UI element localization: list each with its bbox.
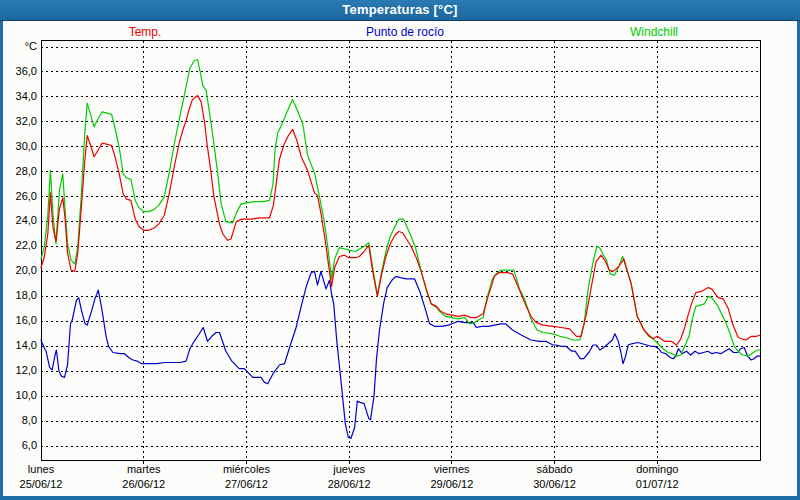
- y-tick-label: 14,0: [16, 339, 37, 351]
- title-bar: Temperaturas [°C]: [0, 0, 800, 21]
- day-date-label: 01/07/12: [636, 478, 679, 490]
- window-title: Temperaturas [°C]: [342, 2, 457, 17]
- plot-border: [41, 41, 760, 461]
- y-tick-label: 32,0: [16, 115, 37, 127]
- day-name-label: lunes: [28, 463, 55, 475]
- y-tick-label: 12,0: [16, 364, 37, 376]
- y-tick-label: 36,0: [16, 65, 37, 77]
- day-date-label: 29/06/12: [430, 478, 473, 490]
- day-name-label: sábado: [537, 463, 573, 475]
- y-tick-label: 22,0: [16, 239, 37, 251]
- day-date-label: 28/06/12: [328, 478, 371, 490]
- y-tick-label: 24,0: [16, 214, 37, 226]
- y-tick-label: 26,0: [16, 190, 37, 202]
- day-date-label: 25/06/12: [20, 478, 63, 490]
- day-name-label: viernes: [434, 463, 470, 475]
- y-tick-label: 10,0: [16, 389, 37, 401]
- series-windchill-line: [41, 60, 760, 357]
- day-name-label: domingo: [636, 463, 678, 475]
- plot-svg: °C36,034,032,030,028,026,024,022,020,018…: [3, 21, 797, 496]
- chart-area: Temp. Punto de rocío Windchill °C36,034,…: [3, 21, 797, 496]
- y-tick-label: 30,0: [16, 140, 37, 152]
- day-date-label: 27/06/12: [225, 478, 268, 490]
- y-tick-label: 20,0: [16, 264, 37, 276]
- day-date-label: 30/06/12: [533, 478, 576, 490]
- day-name-label: miércoles: [223, 463, 271, 475]
- series-temp-line: [41, 96, 760, 345]
- app-window: Temperaturas [°C] Temp. Punto de rocío W…: [0, 0, 800, 500]
- day-name-label: jueves: [332, 463, 365, 475]
- y-tick-label: 28,0: [16, 165, 37, 177]
- y-tick-label: 18,0: [16, 289, 37, 301]
- day-name-label: martes: [127, 463, 161, 475]
- y-tick-label: 16,0: [16, 314, 37, 326]
- y-tick-label: 8,0: [22, 414, 37, 426]
- y-tick-label: 6,0: [22, 439, 37, 451]
- y-tick-label: 34,0: [16, 90, 37, 102]
- y-axis-unit-label: °C: [25, 40, 37, 52]
- day-date-label: 26/06/12: [122, 478, 165, 490]
